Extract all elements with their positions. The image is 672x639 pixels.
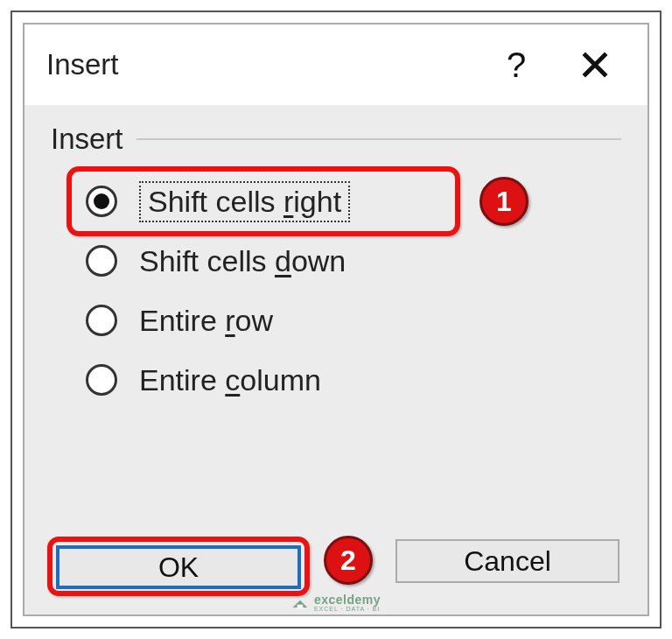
- watermark: exceldemy EXCEL · DATA · BI: [291, 593, 381, 612]
- radio-label: Shift cells down: [139, 244, 346, 278]
- screenshot-frame: Insert ? Insert Shift cells right Shift …: [10, 11, 662, 628]
- close-button[interactable]: [556, 30, 634, 100]
- dialog-body: Insert Shift cells right Shift cells dow…: [24, 105, 648, 614]
- watermark-text: exceldemy: [314, 593, 381, 606]
- radio-indicator-icon: [86, 245, 117, 277]
- radio-label: Shift cells right: [139, 181, 350, 222]
- group-label: Insert: [51, 123, 123, 156]
- dialog-buttons: OK 2 Cancel: [51, 536, 621, 599]
- group-header: Insert: [51, 123, 621, 156]
- svg-rect-0: [298, 604, 304, 608]
- ok-button[interactable]: OK: [56, 545, 301, 589]
- cancel-button[interactable]: Cancel: [396, 539, 620, 583]
- radio-entire-column[interactable]: Entire column: [51, 350, 621, 410]
- radio-shift-right[interactable]: Shift cells right: [51, 172, 621, 231]
- radio-entire-row[interactable]: Entire row: [51, 291, 621, 350]
- help-button[interactable]: ?: [477, 30, 556, 100]
- radio-indicator-icon: [86, 305, 117, 336]
- titlebar: Insert ?: [24, 25, 648, 105]
- annotation-badge-2: 2: [324, 536, 373, 585]
- radio-label: Entire column: [139, 363, 321, 397]
- radio-group: Shift cells right Shift cells down Entir…: [51, 172, 621, 410]
- close-icon: [580, 50, 610, 80]
- radio-shift-down[interactable]: Shift cells down: [51, 231, 621, 291]
- radio-indicator-icon: [86, 186, 117, 217]
- radio-label: Entire row: [139, 304, 273, 338]
- insert-dialog: Insert ? Insert Shift cells right Shift …: [23, 23, 649, 616]
- group-divider: [136, 138, 621, 140]
- radio-indicator-icon: [86, 364, 117, 396]
- dialog-title: Insert: [46, 48, 477, 81]
- exceldemy-logo-icon: [291, 594, 309, 612]
- annotation-badge-1: 1: [480, 177, 528, 226]
- watermark-subtext: EXCEL · DATA · BI: [314, 606, 381, 612]
- ok-button-wrap: OK: [51, 540, 310, 594]
